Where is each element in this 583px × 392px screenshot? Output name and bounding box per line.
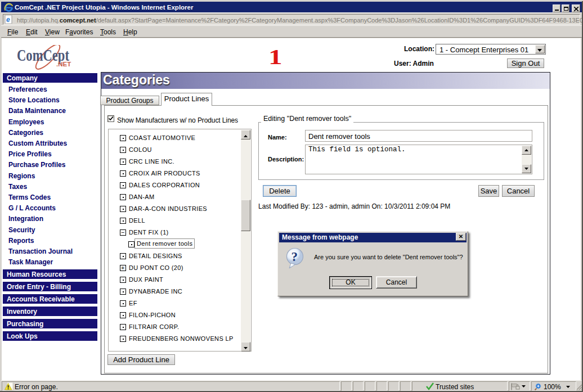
svg-text:?: ? [292,250,298,264]
svg-text:.NET: .NET [56,61,71,67]
svg-text:e: e [6,16,10,24]
